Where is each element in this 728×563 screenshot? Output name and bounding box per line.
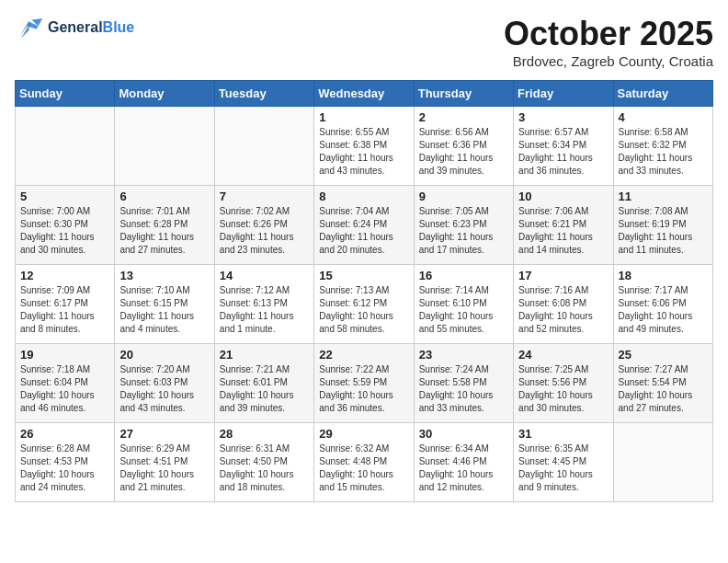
calendar-cell: 12Sunrise: 7:09 AM Sunset: 6:17 PM Dayli… <box>16 265 115 344</box>
day-number: 27 <box>119 427 209 441</box>
calendar-cell: 16Sunrise: 7:14 AM Sunset: 6:10 PM Dayli… <box>414 265 513 344</box>
day-info: Sunrise: 7:05 AM Sunset: 6:23 PM Dayligh… <box>419 205 508 257</box>
calendar-cell: 5Sunrise: 7:00 AM Sunset: 6:30 PM Daylig… <box>16 186 115 265</box>
calendar-cell: 28Sunrise: 6:31 AM Sunset: 4:50 PM Dayli… <box>214 423 313 502</box>
day-info: Sunrise: 7:00 AM Sunset: 6:30 PM Dayligh… <box>20 205 109 257</box>
calendar-table: SundayMondayTuesdayWednesdayThursdayFrid… <box>15 80 713 502</box>
calendar-cell: 26Sunrise: 6:28 AM Sunset: 4:53 PM Dayli… <box>16 423 115 502</box>
day-number: 31 <box>518 427 608 441</box>
day-number: 6 <box>119 190 209 203</box>
day-info: Sunrise: 7:09 AM Sunset: 6:17 PM Dayligh… <box>20 284 109 336</box>
week-row-1: 1Sunrise: 6:55 AM Sunset: 6:38 PM Daylig… <box>16 107 713 186</box>
calendar-cell: 20Sunrise: 7:20 AM Sunset: 6:03 PM Dayli… <box>115 344 214 423</box>
day-info: Sunrise: 7:06 AM Sunset: 6:21 PM Dayligh… <box>518 205 608 257</box>
day-number: 13 <box>119 269 209 282</box>
weekday-header-tuesday: Tuesday <box>214 81 313 107</box>
day-info: Sunrise: 6:29 AM Sunset: 4:51 PM Dayligh… <box>119 442 209 494</box>
week-row-2: 5Sunrise: 7:00 AM Sunset: 6:30 PM Daylig… <box>16 186 713 265</box>
day-number: 8 <box>319 190 408 203</box>
week-row-5: 26Sunrise: 6:28 AM Sunset: 4:53 PM Dayli… <box>16 423 713 502</box>
day-info: Sunrise: 6:57 AM Sunset: 6:34 PM Dayligh… <box>518 126 608 178</box>
calendar-cell: 19Sunrise: 7:18 AM Sunset: 6:04 PM Dayli… <box>16 344 115 423</box>
calendar-cell: 13Sunrise: 7:10 AM Sunset: 6:15 PM Dayli… <box>115 265 214 344</box>
calendar-cell <box>16 107 115 186</box>
calendar-cell: 25Sunrise: 7:27 AM Sunset: 5:54 PM Dayli… <box>613 344 712 423</box>
day-info: Sunrise: 7:20 AM Sunset: 6:03 PM Dayligh… <box>119 363 209 415</box>
logo-icon <box>15 15 44 40</box>
calendar-cell: 22Sunrise: 7:22 AM Sunset: 5:59 PM Dayli… <box>314 344 414 423</box>
calendar-cell <box>613 423 712 502</box>
day-number: 25 <box>619 348 708 362</box>
day-info: Sunrise: 6:32 AM Sunset: 4:48 PM Dayligh… <box>319 442 408 494</box>
day-number: 30 <box>419 427 508 441</box>
calendar-cell: 3Sunrise: 6:57 AM Sunset: 6:34 PM Daylig… <box>514 107 613 186</box>
weekday-header-thursday: Thursday <box>414 81 513 107</box>
calendar-cell: 2Sunrise: 6:56 AM Sunset: 6:36 PM Daylig… <box>414 107 513 186</box>
day-info: Sunrise: 6:58 AM Sunset: 6:32 PM Dayligh… <box>619 126 708 178</box>
day-info: Sunrise: 6:34 AM Sunset: 4:46 PM Dayligh… <box>419 442 508 494</box>
week-row-3: 12Sunrise: 7:09 AM Sunset: 6:17 PM Dayli… <box>16 265 713 344</box>
day-number: 21 <box>220 348 309 362</box>
day-number: 23 <box>419 348 508 362</box>
svg-marker-1 <box>21 23 30 39</box>
day-info: Sunrise: 7:21 AM Sunset: 6:01 PM Dayligh… <box>220 363 309 415</box>
calendar-cell: 27Sunrise: 6:29 AM Sunset: 4:51 PM Dayli… <box>115 423 214 502</box>
logo: GeneralBlue <box>15 15 134 40</box>
day-info: Sunrise: 7:22 AM Sunset: 5:59 PM Dayligh… <box>319 363 408 415</box>
day-info: Sunrise: 7:10 AM Sunset: 6:15 PM Dayligh… <box>119 284 209 336</box>
day-info: Sunrise: 6:35 AM Sunset: 4:45 PM Dayligh… <box>518 442 608 494</box>
svg-marker-0 <box>19 18 42 37</box>
day-number: 19 <box>20 348 109 362</box>
calendar-cell: 31Sunrise: 6:35 AM Sunset: 4:45 PM Dayli… <box>514 423 613 502</box>
weekday-header-friday: Friday <box>514 81 613 107</box>
day-number: 11 <box>619 190 708 203</box>
calendar-cell: 23Sunrise: 7:24 AM Sunset: 5:58 PM Dayli… <box>414 344 513 423</box>
calendar-cell: 17Sunrise: 7:16 AM Sunset: 6:08 PM Dayli… <box>514 265 613 344</box>
calendar-body: 1Sunrise: 6:55 AM Sunset: 6:38 PM Daylig… <box>16 107 713 502</box>
day-info: Sunrise: 7:27 AM Sunset: 5:54 PM Dayligh… <box>619 363 708 415</box>
day-number: 9 <box>419 190 508 203</box>
calendar-cell: 6Sunrise: 7:01 AM Sunset: 6:28 PM Daylig… <box>115 186 214 265</box>
day-number: 3 <box>518 110 608 124</box>
calendar-cell: 7Sunrise: 7:02 AM Sunset: 6:26 PM Daylig… <box>214 186 313 265</box>
day-info: Sunrise: 7:04 AM Sunset: 6:24 PM Dayligh… <box>319 205 408 257</box>
weekday-header-wednesday: Wednesday <box>314 81 414 107</box>
day-number: 14 <box>220 269 309 282</box>
day-info: Sunrise: 7:08 AM Sunset: 6:19 PM Dayligh… <box>619 205 708 257</box>
calendar-cell: 21Sunrise: 7:21 AM Sunset: 6:01 PM Dayli… <box>214 344 313 423</box>
day-number: 28 <box>220 427 309 441</box>
day-number: 4 <box>619 110 708 124</box>
calendar-cell: 18Sunrise: 7:17 AM Sunset: 6:06 PM Dayli… <box>613 265 712 344</box>
calendar-subtitle: Brdovec, Zagreb County, Croatia <box>504 53 713 69</box>
week-row-4: 19Sunrise: 7:18 AM Sunset: 6:04 PM Dayli… <box>16 344 713 423</box>
day-info: Sunrise: 6:28 AM Sunset: 4:53 PM Dayligh… <box>20 442 109 494</box>
calendar-cell <box>115 107 214 186</box>
day-number: 16 <box>419 269 508 282</box>
day-info: Sunrise: 7:14 AM Sunset: 6:10 PM Dayligh… <box>419 284 508 336</box>
calendar-cell: 8Sunrise: 7:04 AM Sunset: 6:24 PM Daylig… <box>314 186 414 265</box>
weekday-header-monday: Monday <box>115 81 214 107</box>
day-info: Sunrise: 6:31 AM Sunset: 4:50 PM Dayligh… <box>220 442 309 494</box>
day-number: 22 <box>319 348 408 362</box>
day-info: Sunrise: 7:01 AM Sunset: 6:28 PM Dayligh… <box>119 205 209 257</box>
calendar-cell: 30Sunrise: 6:34 AM Sunset: 4:46 PM Dayli… <box>414 423 513 502</box>
weekday-header-row: SundayMondayTuesdayWednesdayThursdayFrid… <box>16 81 713 107</box>
day-info: Sunrise: 7:16 AM Sunset: 6:08 PM Dayligh… <box>518 284 608 336</box>
calendar-cell: 1Sunrise: 6:55 AM Sunset: 6:38 PM Daylig… <box>314 107 414 186</box>
day-info: Sunrise: 6:55 AM Sunset: 6:38 PM Dayligh… <box>319 126 408 178</box>
day-info: Sunrise: 7:17 AM Sunset: 6:06 PM Dayligh… <box>619 284 708 336</box>
day-info: Sunrise: 7:24 AM Sunset: 5:58 PM Dayligh… <box>419 363 508 415</box>
page-header: GeneralBlue October 2025 Brdovec, Zagreb… <box>15 15 713 69</box>
day-number: 1 <box>319 110 408 124</box>
calendar-cell: 10Sunrise: 7:06 AM Sunset: 6:21 PM Dayli… <box>514 186 613 265</box>
day-number: 24 <box>518 348 608 362</box>
day-info: Sunrise: 7:02 AM Sunset: 6:26 PM Dayligh… <box>220 205 309 257</box>
title-block: October 2025 Brdovec, Zagreb County, Cro… <box>504 15 713 69</box>
day-number: 2 <box>419 110 508 124</box>
day-number: 26 <box>20 427 109 441</box>
calendar-cell: 14Sunrise: 7:12 AM Sunset: 6:13 PM Dayli… <box>214 265 313 344</box>
day-info: Sunrise: 7:25 AM Sunset: 5:56 PM Dayligh… <box>518 363 608 415</box>
day-info: Sunrise: 7:12 AM Sunset: 6:13 PM Dayligh… <box>220 284 309 336</box>
day-number: 15 <box>319 269 408 282</box>
calendar-cell: 24Sunrise: 7:25 AM Sunset: 5:56 PM Dayli… <box>514 344 613 423</box>
